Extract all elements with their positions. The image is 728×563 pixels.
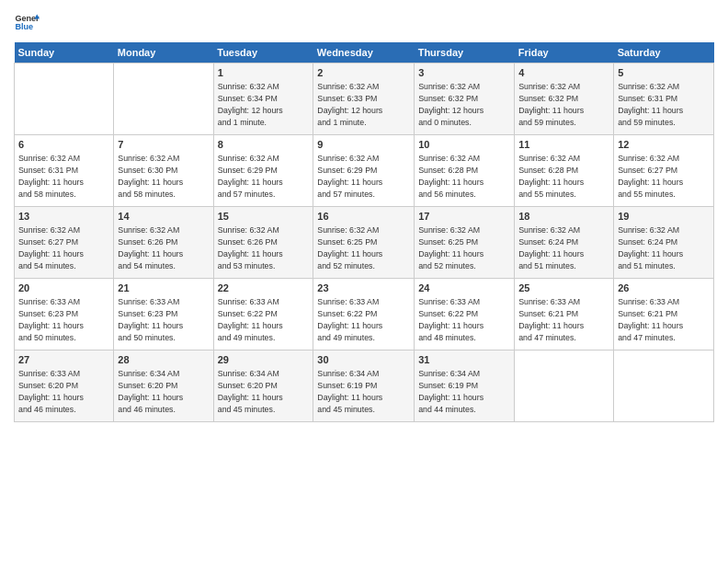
day-number: 9 bbox=[317, 138, 410, 152]
day-number: 12 bbox=[618, 138, 710, 152]
day-info: Sunrise: 6:32 AM Sunset: 6:24 PM Dayligh… bbox=[618, 224, 710, 271]
calendar-cell: 21Sunrise: 6:33 AM Sunset: 6:23 PM Dayli… bbox=[114, 279, 213, 350]
column-header-tuesday: Tuesday bbox=[213, 42, 313, 63]
day-number: 5 bbox=[618, 66, 710, 80]
day-info: Sunrise: 6:33 AM Sunset: 6:22 PM Dayligh… bbox=[218, 296, 310, 343]
day-number: 28 bbox=[118, 353, 209, 367]
calendar-table: SundayMondayTuesdayWednesdayThursdayFrid… bbox=[14, 42, 714, 422]
day-number: 31 bbox=[418, 353, 510, 367]
day-info: Sunrise: 6:32 AM Sunset: 6:28 PM Dayligh… bbox=[518, 153, 609, 200]
day-info: Sunrise: 6:32 AM Sunset: 6:29 PM Dayligh… bbox=[317, 153, 410, 200]
column-header-saturday: Saturday bbox=[614, 42, 714, 63]
calendar-cell: 25Sunrise: 6:33 AM Sunset: 6:21 PM Dayli… bbox=[515, 279, 614, 350]
day-number: 27 bbox=[18, 353, 109, 367]
day-info: Sunrise: 6:32 AM Sunset: 6:26 PM Dayligh… bbox=[118, 224, 209, 271]
day-info: Sunrise: 6:32 AM Sunset: 6:27 PM Dayligh… bbox=[618, 153, 710, 200]
day-number: 14 bbox=[118, 210, 209, 224]
day-number: 16 bbox=[317, 210, 410, 224]
day-info: Sunrise: 6:32 AM Sunset: 6:25 PM Dayligh… bbox=[317, 224, 410, 271]
day-number: 19 bbox=[618, 210, 710, 224]
calendar-cell bbox=[114, 63, 213, 135]
column-header-friday: Friday bbox=[515, 42, 614, 63]
day-info: Sunrise: 6:32 AM Sunset: 6:33 PM Dayligh… bbox=[317, 81, 410, 128]
day-info: Sunrise: 6:33 AM Sunset: 6:22 PM Dayligh… bbox=[418, 296, 510, 343]
day-info: Sunrise: 6:34 AM Sunset: 6:20 PM Dayligh… bbox=[218, 368, 310, 415]
day-info: Sunrise: 6:32 AM Sunset: 6:29 PM Dayligh… bbox=[218, 153, 310, 200]
day-info: Sunrise: 6:34 AM Sunset: 6:19 PM Dayligh… bbox=[418, 368, 510, 415]
day-info: Sunrise: 6:32 AM Sunset: 6:27 PM Dayligh… bbox=[18, 224, 109, 271]
column-header-thursday: Thursday bbox=[415, 42, 515, 63]
day-number: 23 bbox=[317, 282, 410, 295]
logo-icon: General Blue bbox=[14, 9, 40, 35]
day-number: 18 bbox=[518, 210, 609, 224]
column-header-sunday: Sunday bbox=[15, 42, 114, 63]
day-number: 8 bbox=[218, 138, 310, 152]
calendar-cell: 27Sunrise: 6:33 AM Sunset: 6:20 PM Dayli… bbox=[15, 350, 114, 422]
calendar-cell: 2Sunrise: 6:32 AM Sunset: 6:33 PM Daylig… bbox=[313, 63, 415, 135]
day-number: 2 bbox=[317, 66, 410, 80]
day-number: 10 bbox=[418, 138, 510, 152]
calendar-body: 1Sunrise: 6:32 AM Sunset: 6:34 PM Daylig… bbox=[15, 63, 714, 422]
day-number: 17 bbox=[418, 210, 510, 224]
day-number: 24 bbox=[418, 282, 510, 295]
calendar-header: SundayMondayTuesdayWednesdayThursdayFrid… bbox=[15, 42, 714, 63]
calendar-cell: 7Sunrise: 6:32 AM Sunset: 6:30 PM Daylig… bbox=[114, 135, 213, 207]
day-number: 4 bbox=[518, 66, 609, 80]
day-info: Sunrise: 6:32 AM Sunset: 6:31 PM Dayligh… bbox=[18, 153, 109, 200]
calendar-cell: 24Sunrise: 6:33 AM Sunset: 6:22 PM Dayli… bbox=[415, 279, 515, 350]
calendar-cell: 29Sunrise: 6:34 AM Sunset: 6:20 PM Dayli… bbox=[213, 350, 313, 422]
day-number: 6 bbox=[18, 138, 109, 152]
calendar-cell: 28Sunrise: 6:34 AM Sunset: 6:20 PM Dayli… bbox=[114, 350, 213, 422]
calendar-cell: 11Sunrise: 6:32 AM Sunset: 6:28 PM Dayli… bbox=[515, 135, 614, 207]
calendar-cell: 18Sunrise: 6:32 AM Sunset: 6:24 PM Dayli… bbox=[515, 207, 614, 279]
day-info: Sunrise: 6:34 AM Sunset: 6:20 PM Dayligh… bbox=[118, 368, 209, 415]
day-info: Sunrise: 6:33 AM Sunset: 6:23 PM Dayligh… bbox=[118, 296, 209, 343]
day-info: Sunrise: 6:34 AM Sunset: 6:19 PM Dayligh… bbox=[317, 368, 410, 415]
day-number: 13 bbox=[18, 210, 109, 224]
day-info: Sunrise: 6:33 AM Sunset: 6:22 PM Dayligh… bbox=[317, 296, 410, 343]
calendar-cell: 14Sunrise: 6:32 AM Sunset: 6:26 PM Dayli… bbox=[114, 207, 213, 279]
day-number: 25 bbox=[518, 282, 609, 295]
calendar-cell: 30Sunrise: 6:34 AM Sunset: 6:19 PM Dayli… bbox=[313, 350, 415, 422]
day-info: Sunrise: 6:32 AM Sunset: 6:34 PM Dayligh… bbox=[218, 81, 310, 128]
week-row-5: 27Sunrise: 6:33 AM Sunset: 6:20 PM Dayli… bbox=[15, 350, 714, 422]
day-info: Sunrise: 6:33 AM Sunset: 6:20 PM Dayligh… bbox=[18, 368, 109, 415]
day-info: Sunrise: 6:32 AM Sunset: 6:32 PM Dayligh… bbox=[418, 81, 510, 128]
calendar-cell: 12Sunrise: 6:32 AM Sunset: 6:27 PM Dayli… bbox=[614, 135, 714, 207]
calendar-cell: 17Sunrise: 6:32 AM Sunset: 6:25 PM Dayli… bbox=[415, 207, 515, 279]
calendar-cell: 4Sunrise: 6:32 AM Sunset: 6:32 PM Daylig… bbox=[515, 63, 614, 135]
calendar-cell: 22Sunrise: 6:33 AM Sunset: 6:22 PM Dayli… bbox=[213, 279, 313, 350]
calendar-cell: 15Sunrise: 6:32 AM Sunset: 6:26 PM Dayli… bbox=[213, 207, 313, 279]
calendar-cell: 23Sunrise: 6:33 AM Sunset: 6:22 PM Dayli… bbox=[313, 279, 415, 350]
calendar-cell: 1Sunrise: 6:32 AM Sunset: 6:34 PM Daylig… bbox=[213, 63, 313, 135]
week-row-1: 1Sunrise: 6:32 AM Sunset: 6:34 PM Daylig… bbox=[15, 63, 714, 135]
day-number: 29 bbox=[218, 353, 310, 367]
day-number: 7 bbox=[118, 138, 209, 152]
calendar-cell: 10Sunrise: 6:32 AM Sunset: 6:28 PM Dayli… bbox=[415, 135, 515, 207]
day-number: 3 bbox=[418, 66, 510, 80]
calendar-cell: 31Sunrise: 6:34 AM Sunset: 6:19 PM Dayli… bbox=[415, 350, 515, 422]
day-number: 11 bbox=[518, 138, 609, 152]
calendar-cell bbox=[515, 350, 614, 422]
day-info: Sunrise: 6:32 AM Sunset: 6:30 PM Dayligh… bbox=[118, 153, 209, 200]
day-number: 1 bbox=[218, 66, 310, 80]
day-info: Sunrise: 6:32 AM Sunset: 6:25 PM Dayligh… bbox=[418, 224, 510, 271]
week-row-2: 6Sunrise: 6:32 AM Sunset: 6:31 PM Daylig… bbox=[15, 135, 714, 207]
calendar-cell: 13Sunrise: 6:32 AM Sunset: 6:27 PM Dayli… bbox=[15, 207, 114, 279]
calendar-cell: 5Sunrise: 6:32 AM Sunset: 6:31 PM Daylig… bbox=[614, 63, 714, 135]
calendar-cell bbox=[15, 63, 114, 135]
column-header-wednesday: Wednesday bbox=[313, 42, 415, 63]
calendar-cell: 3Sunrise: 6:32 AM Sunset: 6:32 PM Daylig… bbox=[415, 63, 515, 135]
day-info: Sunrise: 6:33 AM Sunset: 6:21 PM Dayligh… bbox=[618, 296, 710, 343]
calendar-cell: 6Sunrise: 6:32 AM Sunset: 6:31 PM Daylig… bbox=[15, 135, 114, 207]
week-row-3: 13Sunrise: 6:32 AM Sunset: 6:27 PM Dayli… bbox=[15, 207, 714, 279]
day-number: 26 bbox=[618, 282, 710, 295]
day-info: Sunrise: 6:33 AM Sunset: 6:23 PM Dayligh… bbox=[18, 296, 109, 343]
page-container: General Blue SundayMondayTuesdayWednesda… bbox=[0, 0, 728, 431]
calendar-cell bbox=[614, 350, 714, 422]
day-number: 20 bbox=[18, 282, 109, 295]
day-info: Sunrise: 6:32 AM Sunset: 6:24 PM Dayligh… bbox=[518, 224, 609, 271]
svg-text:Blue: Blue bbox=[15, 22, 33, 31]
day-number: 21 bbox=[118, 282, 209, 295]
day-number: 30 bbox=[317, 353, 410, 367]
